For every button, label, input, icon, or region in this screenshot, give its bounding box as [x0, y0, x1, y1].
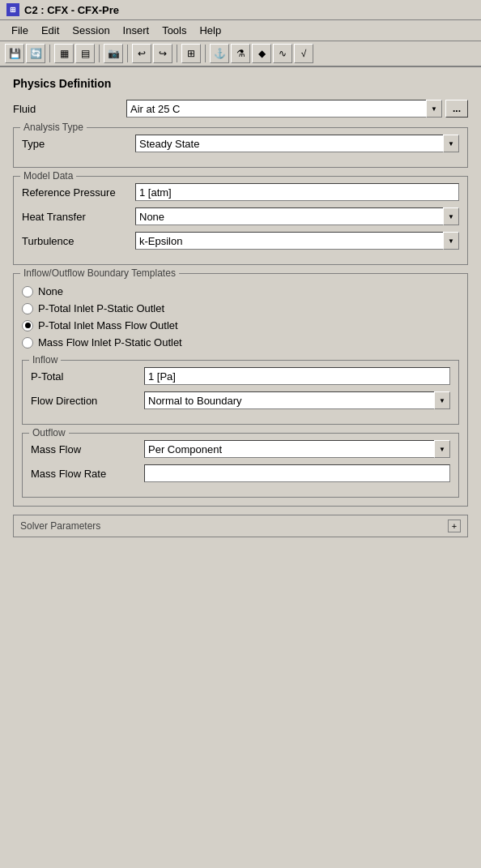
turbulence-row: Turbulence k-Epsilon k-Omega SST None ▼ [22, 232, 459, 250]
mass-flow-select[interactable]: Per Component Total [144, 440, 450, 458]
fluid-label: Fluid [13, 103, 126, 115]
heat-transfer-select-wrap: None Isothermal Thermal Energy Total Ene… [135, 207, 459, 225]
ptotal-label: P-Total [31, 370, 144, 383]
mass-flow-row: Mass Flow Per Component Total ▼ [31, 440, 450, 458]
save-button[interactable]: 💾 [5, 44, 24, 63]
grid1-button[interactable]: ▦ [54, 44, 74, 63]
ref-pressure-input[interactable] [135, 183, 459, 201]
radio-none-row[interactable]: None [22, 285, 459, 297]
boundary-radio-group: None P-Total Inlet P-Static Outlet P-Tot… [22, 280, 459, 353]
menu-session[interactable]: Session [67, 23, 114, 38]
mass-flow-label: Mass Flow [31, 443, 144, 455]
title-bar: ⊞ C2 : CFX - CFX-Pre [0, 0, 481, 20]
ptotal-input[interactable] [144, 367, 450, 385]
type-select[interactable]: Steady State Transient [135, 135, 459, 152]
fluid-select-wrap: Air at 25 C ▼ ... [126, 100, 468, 118]
solver-parameters-expand-button[interactable]: + [448, 520, 461, 532]
analysis-type-label: Analysis Type [20, 122, 87, 133]
heat-transfer-label: Heat Transfer [22, 211, 135, 223]
mass-flow-rate-label: Mass Flow Rate [31, 468, 144, 480]
toolbar-sep-3 [127, 45, 128, 62]
inflow-group: Inflow P-Total Flow Direction Normal to … [22, 360, 459, 425]
toolbar: 💾 🔄 ▦ ▤ 📷 ↩ ↪ ⊞ ⚓ ⚗ ◆ ∿ √ [0, 41, 481, 67]
menu-file[interactable]: File [6, 23, 33, 38]
camera-button[interactable]: 📷 [104, 44, 123, 63]
menu-bar: File Edit Session Insert Tools Help [0, 20, 481, 41]
undo-button[interactable]: ↩ [132, 44, 151, 63]
flow-direction-select[interactable]: Normal to Boundary Cylindrical Component… [144, 391, 450, 409]
solver-parameters-label: Solver Parameters [20, 520, 100, 532]
analysis-type-group: Analysis Type Type Steady State Transien… [13, 127, 468, 168]
radio-ptotal-pstatic-row[interactable]: P-Total Inlet P-Static Outlet [22, 302, 459, 314]
ptotal-row: P-Total [31, 367, 450, 385]
radio-massflow-pstatic-row[interactable]: Mass Flow Inlet P-Static Outlet [22, 336, 459, 348]
app-icon: ⊞ [6, 3, 19, 16]
grid2-button[interactable]: ▤ [75, 44, 95, 63]
type-control: Steady State Transient ▼ [135, 135, 459, 152]
menu-help[interactable]: Help [194, 23, 226, 38]
radio-massflow-pstatic-label: Mass Flow Inlet P-Static Outlet [38, 336, 182, 348]
toolbar-sep-5 [205, 45, 206, 62]
redo-button[interactable]: ↪ [153, 44, 172, 63]
flow-direction-row: Flow Direction Normal to Boundary Cylind… [31, 391, 450, 409]
type-select-wrap: Steady State Transient ▼ [135, 135, 459, 152]
fluid-select[interactable]: Air at 25 C [126, 100, 442, 118]
radio-massflow-pstatic[interactable] [22, 337, 33, 348]
anchor-button[interactable]: ⚓ [210, 44, 229, 63]
toolbar-sep-2 [99, 45, 100, 62]
ref-pressure-control [135, 183, 459, 201]
radio-none-label: None [38, 285, 63, 297]
type-label: Type [22, 138, 135, 150]
mass-flow-select-wrap: Per Component Total ▼ [144, 440, 450, 458]
fluid-row: Fluid Air at 25 C ▼ ... [13, 100, 468, 118]
section-title: Physics Definition [13, 77, 468, 90]
radio-none[interactable] [22, 286, 33, 297]
turbulence-control: k-Epsilon k-Omega SST None ▼ [135, 232, 459, 250]
outflow-label: Outflow [29, 427, 69, 438]
wave-button[interactable]: ∿ [273, 44, 292, 63]
menu-insert[interactable]: Insert [118, 23, 155, 38]
mass-flow-control: Per Component Total ▼ [144, 440, 450, 458]
flow-direction-label: Flow Direction [31, 395, 144, 407]
diamond-button[interactable]: ◆ [252, 44, 271, 63]
radio-ptotal-pstatic[interactable] [22, 303, 33, 314]
turbulence-select-wrap: k-Epsilon k-Omega SST None ▼ [135, 232, 459, 250]
radio-ptotal-massflow[interactable] [22, 320, 33, 331]
heat-transfer-select[interactable]: None Isothermal Thermal Energy Total Ene… [135, 207, 459, 225]
main-content: Physics Definition Fluid Air at 25 C ▼ .… [0, 67, 481, 547]
toolbar-sep-1 [49, 45, 50, 62]
heat-transfer-row: Heat Transfer None Isothermal Thermal En… [22, 207, 459, 225]
outflow-group: Outflow Mass Flow Per Component Total ▼ … [22, 433, 459, 498]
ref-pressure-row: Reference Pressure [22, 183, 459, 201]
title-text: C2 : CFX - CFX-Pre [24, 4, 119, 16]
mass-flow-rate-row: Mass Flow Rate [31, 464, 450, 482]
refresh-button[interactable]: 🔄 [26, 44, 45, 63]
type-row: Type Steady State Transient ▼ [22, 135, 459, 152]
model-data-group: Model Data Reference Pressure Heat Trans… [13, 176, 468, 265]
heat-transfer-control: None Isothermal Thermal Energy Total Ene… [135, 207, 459, 225]
flow-direction-select-wrap: Normal to Boundary Cylindrical Component… [144, 391, 450, 409]
radio-ptotal-massflow-row[interactable]: P-Total Inlet Mass Flow Outlet [22, 319, 459, 331]
toolbar-sep-4 [177, 45, 177, 62]
boundary-templates-group: Inflow/Outflow Boundary Templates None P… [13, 273, 468, 507]
flow-direction-control: Normal to Boundary Cylindrical Component… [144, 391, 450, 409]
solver-parameters-bar: Solver Parameters + [13, 515, 468, 537]
turbulence-label: Turbulence [22, 235, 135, 247]
sqrt-button[interactable]: √ [294, 44, 313, 63]
fluid-browse-button[interactable]: ... [445, 100, 468, 118]
model-data-label: Model Data [20, 170, 76, 182]
ptotal-control [144, 367, 450, 385]
fluid-select-wrap-inner: Air at 25 C ▼ [126, 100, 442, 118]
ref-pressure-label: Reference Pressure [22, 186, 135, 199]
turbulence-select[interactable]: k-Epsilon k-Omega SST None [135, 232, 459, 250]
radio-ptotal-pstatic-label: P-Total Inlet P-Static Outlet [38, 302, 164, 314]
menu-edit[interactable]: Edit [36, 23, 64, 38]
mass-flow-rate-control [144, 464, 450, 482]
grid3-button[interactable]: ⊞ [181, 44, 201, 63]
menu-tools[interactable]: Tools [157, 23, 191, 38]
radio-ptotal-massflow-label: P-Total Inlet Mass Flow Outlet [38, 319, 178, 331]
inflow-label: Inflow [29, 354, 61, 366]
boundary-templates-label: Inflow/Outflow Boundary Templates [20, 267, 179, 279]
flask-button[interactable]: ⚗ [231, 44, 250, 63]
mass-flow-rate-input[interactable] [144, 464, 450, 482]
